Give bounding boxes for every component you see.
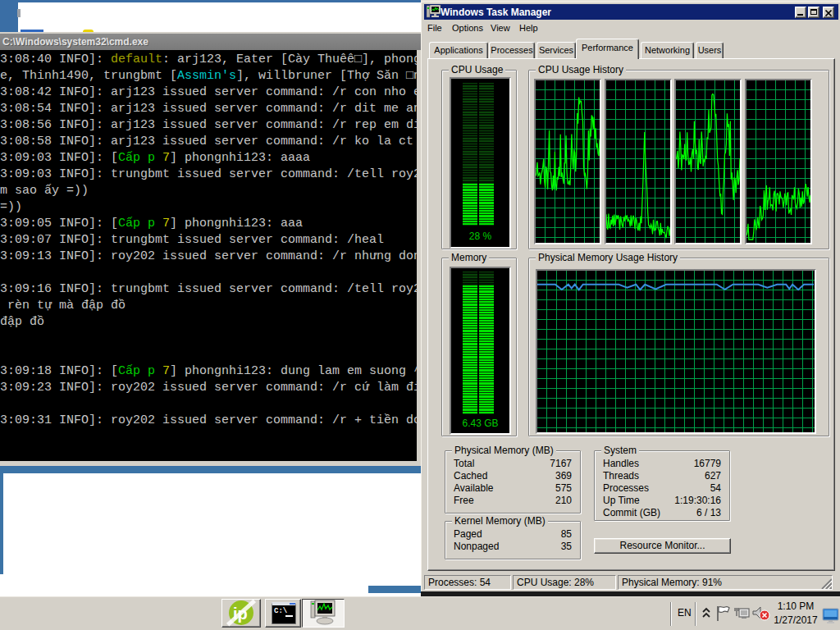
- svg-text:ip: ip: [233, 605, 248, 623]
